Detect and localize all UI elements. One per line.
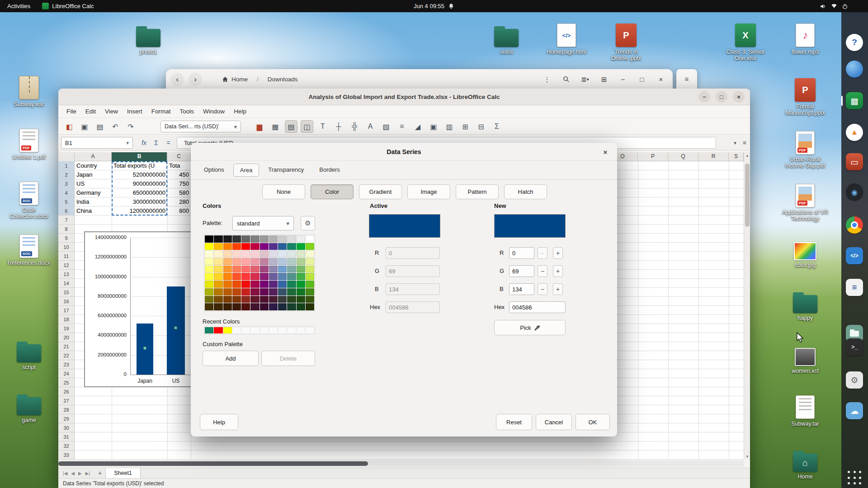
sum-button[interactable]: Σ [151,137,162,149]
select-all-corner[interactable] [58,152,75,161]
pick-button[interactable]: Pick [494,320,566,335]
palette-color-swatch[interactable] [214,266,222,273]
palette-color-swatch[interactable] [223,281,232,288]
add-sheet-button[interactable]: + [94,469,105,477]
palette-color-swatch[interactable] [260,250,269,258]
palette-color-swatch[interactable] [232,273,241,280]
row-header-18[interactable]: 18 [58,315,74,324]
palette-color-swatch[interactable] [306,303,314,310]
palette-color-swatch[interactable] [269,243,278,250]
previous-sheet-icon[interactable]: ◀ [71,471,75,476]
toolbar-redo-icon[interactable]: ↷ [124,120,137,133]
formula-expand-icon[interactable]: ▾ [734,140,736,146]
palette-color-swatch[interactable] [241,243,250,250]
palette-color-swatch[interactable] [223,243,232,250]
sheet-tab-sheet1[interactable]: Sheet1 [105,468,141,478]
row-header-13[interactable]: 13 [58,270,74,279]
r-decrement-button[interactable]: − [538,247,547,259]
scroll-down-icon[interactable]: ▼ [744,453,750,460]
cell[interactable]: India [75,197,112,206]
column-header-b[interactable]: B [112,152,167,161]
palette-color-swatch[interactable] [250,303,259,310]
toolbar-horizontal-grids-icon[interactable]: ▤ [285,120,297,133]
row-header-29[interactable]: 29 [58,414,74,423]
cell[interactable]: 280 [167,197,191,206]
palette-color-swatch[interactable] [232,266,241,273]
dock-settings-icon[interactable]: ⚙ [846,371,863,389]
embedded-chart[interactable]: 0200000000040000000006000000000800000000… [84,231,193,387]
palette-color-swatch[interactable] [287,258,296,265]
palette-color-swatch[interactable] [205,273,213,280]
palette-color-swatch[interactable] [223,273,232,280]
files-maximize-button[interactable]: □ [637,74,647,85]
chart-element-selector[interactable]: Data Seri... rts (USD)'▾ [160,121,241,132]
reset-button[interactable]: Reset [496,414,532,430]
palette-color-swatch[interactable] [278,296,287,303]
menu-tools[interactable]: Tools [175,105,199,117]
row-header-27[interactable]: 27 [58,396,74,405]
desktop-icon-home[interactable]: ⌂Home [778,445,832,480]
row-header-20[interactable]: 20 [58,333,74,342]
palette-color-swatch[interactable] [250,258,259,265]
row-header-19[interactable]: 19 [58,324,74,333]
recent-color-swatch[interactable] [269,327,278,333]
palette-color-swatch[interactable] [260,296,269,303]
dock-vscode-icon[interactable]: </> [846,247,863,264]
palette-color-swatch[interactable] [241,296,250,303]
column-header-r[interactable]: R [698,152,729,161]
palette-color-swatch[interactable] [205,243,213,250]
row-header-30[interactable]: 30 [58,423,74,432]
vertical-scrollbar[interactable]: ▲ ▼ [744,152,750,460]
palette-color-swatch[interactable] [232,303,241,310]
palette-color-swatch[interactable] [269,258,278,265]
row-header-6[interactable]: 6 [58,206,74,216]
row-header-25[interactable]: 25 [58,378,74,387]
selection-handle[interactable] [174,326,177,329]
dialog-close-button[interactable]: × [600,146,611,157]
sidebar-toggle-icon[interactable]: ≡ [743,139,746,146]
b-increment-button[interactable]: + [553,283,563,295]
palette-color-swatch[interactable] [205,303,213,310]
palette-color-swatch[interactable] [287,281,296,288]
palette-color-swatch[interactable] [260,243,269,250]
palette-color-swatch[interactable] [232,250,241,258]
palette-color-swatch[interactable] [205,281,213,288]
row-header-23[interactable]: 23 [58,360,74,369]
row-header-11[interactable]: 11 [58,252,74,261]
cell[interactable]: 6500000000 [112,188,167,197]
palette-color-swatch[interactable] [260,288,269,296]
fill-type-hatch[interactable]: Hatch [504,184,547,199]
row-header-15[interactable]: 15 [58,288,74,297]
desktop-icon-subway-war[interactable]: Subway.war [2,72,56,108]
menu-window[interactable]: Window [198,105,229,117]
palette-color-swatch[interactable] [241,250,250,258]
toolbar-scale-text-icon[interactable]: Σ [491,120,503,133]
breadcrumb-downloads[interactable]: Downloads [263,74,302,85]
palette-color-swatch[interactable] [205,288,213,296]
toolbar-all-grids-icon[interactable]: ▧ [380,120,392,133]
palette-color-swatch[interactable] [214,235,222,243]
activities-button[interactable]: Activities [7,3,30,9]
palette-color-swatch[interactable] [287,303,296,310]
new-hex-field[interactable] [509,301,566,313]
new-b-field[interactable] [509,283,534,295]
palette-color-swatch[interactable] [287,235,296,243]
palette-color-swatch[interactable] [306,288,314,296]
recent-color-swatch[interactable] [250,327,259,333]
palette-color-swatch[interactable] [214,273,222,280]
palette-color-swatch[interactable] [306,296,314,303]
toolbar-insert-image-icon[interactable]: ▣ [78,120,91,133]
desktop-icon-untitled-1-pdf[interactable]: PDFUntitled 1.pdf [2,125,56,160]
dock-impress-icon[interactable]: ▭ [846,153,863,170]
palette-color-swatch[interactable] [232,243,241,250]
dialog-titlebar[interactable]: Data Series × [191,143,617,161]
desktop-icon-homepage-html[interactable]: </>Homepage.html [539,20,594,55]
horizontal-scroll-thumb[interactable] [58,461,368,466]
background-window-sliver[interactable]: ≡ [676,69,697,89]
palette-color-swatch[interactable] [250,250,259,258]
palette-select[interactable]: standard▾ [232,216,294,230]
palette-color-swatch[interactable] [205,235,213,243]
network-icon[interactable] [831,3,837,9]
palette-color-swatch[interactable] [260,266,269,273]
palette-color-swatch[interactable] [269,296,278,303]
